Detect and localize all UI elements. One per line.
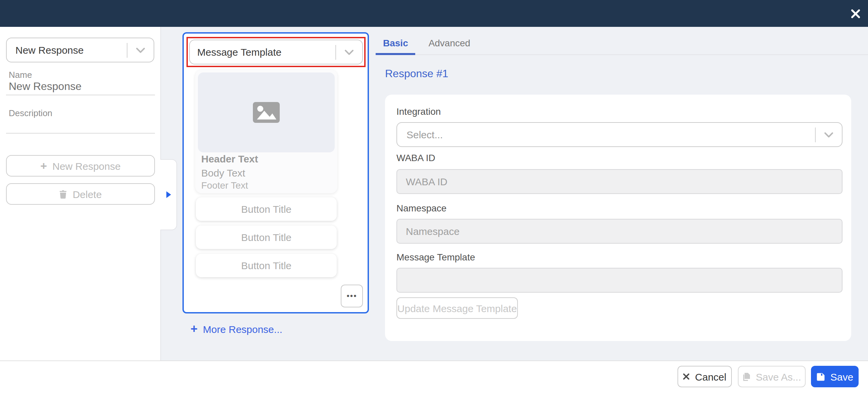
- image-icon: [253, 102, 280, 123]
- chevron-down-icon[interactable]: [815, 123, 842, 146]
- cancel-button-label: Cancel: [695, 371, 726, 382]
- modal-footer: Cancel Save As... Save: [0, 360, 868, 394]
- save-as-button[interactable]: Save As...: [738, 366, 806, 387]
- template-button-2[interactable]: Button Title: [196, 225, 337, 249]
- new-response-button[interactable]: + New Response: [6, 155, 155, 177]
- description-field-wrap: [6, 119, 155, 133]
- plus-icon: +: [40, 160, 47, 172]
- template-type-select[interactable]: Message Template: [189, 39, 363, 64]
- trash-icon: [59, 190, 67, 198]
- response-select[interactable]: New Response: [6, 38, 154, 62]
- delete-button-label: Delete: [73, 188, 102, 200]
- save-as-button-label: Save As...: [756, 371, 801, 382]
- preview-header-text: Header Text: [201, 153, 258, 164]
- header-image-placeholder: [198, 72, 335, 152]
- cancel-button[interactable]: Cancel: [678, 366, 732, 387]
- template-button-1[interactable]: Button Title: [196, 197, 337, 221]
- more-options-button[interactable]: •••: [341, 284, 363, 307]
- name-field-wrap: [6, 81, 155, 95]
- ellipsis-icon: •••: [346, 291, 357, 301]
- plus-icon: +: [190, 323, 197, 335]
- delete-button[interactable]: Delete: [6, 183, 155, 205]
- name-label: Name: [9, 70, 32, 80]
- message-template-label: Message Template: [397, 252, 475, 263]
- preview-footer-text: Footer Text: [201, 180, 248, 191]
- template-button-3[interactable]: Button Title: [196, 254, 337, 277]
- integration-select-placeholder: Select...: [397, 129, 815, 140]
- sidebar-collapse-handle[interactable]: [160, 159, 177, 230]
- update-message-template-button[interactable]: Update Message Template: [397, 297, 518, 319]
- save-button[interactable]: Save: [811, 366, 859, 387]
- message-template-input[interactable]: [397, 268, 842, 293]
- template-type-highlight: Message Template: [186, 37, 366, 67]
- template-preview-card[interactable]: Header Text Body Text Footer Text: [195, 70, 337, 193]
- tab-basic[interactable]: Basic: [376, 34, 415, 55]
- more-response-label: More Response...: [203, 323, 282, 335]
- template-type-value: Message Template: [190, 46, 335, 58]
- close-icon[interactable]: [848, 7, 862, 20]
- namespace-input[interactable]: [397, 219, 842, 244]
- name-input[interactable]: [6, 81, 155, 95]
- waba-id-label: WABA ID: [397, 152, 435, 163]
- chevron-down-icon[interactable]: [335, 40, 362, 64]
- arrow-right-icon: [166, 191, 171, 198]
- response-select-value: New Response: [7, 44, 127, 56]
- save-button-label: Save: [831, 371, 853, 382]
- description-label: Description: [9, 108, 52, 118]
- tab-advanced[interactable]: Advanced: [421, 34, 478, 55]
- save-icon: [816, 372, 825, 381]
- response-title-link[interactable]: Response #1: [385, 68, 448, 80]
- preview-body-text: Body Text: [201, 167, 245, 179]
- x-icon: [683, 373, 689, 380]
- editor-tabbar: Basic Advanced: [376, 34, 868, 55]
- more-response-link[interactable]: + More Response...: [190, 323, 282, 335]
- chevron-down-icon[interactable]: [127, 38, 154, 62]
- copy-icon: [742, 372, 750, 381]
- new-response-button-label: New Response: [52, 160, 120, 172]
- editor-form-card: Integration Select... WABA ID Namespace …: [385, 95, 851, 341]
- waba-id-input[interactable]: [397, 169, 842, 194]
- response-sidebar: New Response Name Description + New Resp…: [0, 27, 161, 360]
- integration-select[interactable]: Select...: [397, 122, 842, 147]
- namespace-label: Namespace: [397, 203, 446, 213]
- modal-titlebar: [0, 0, 868, 27]
- integration-label: Integration: [397, 106, 441, 117]
- description-input[interactable]: [6, 119, 155, 133]
- message-template-panel[interactable]: Message Template Header Text Body Text F…: [182, 32, 369, 313]
- response-editor-modal: New Response Name Description + New Resp…: [0, 0, 868, 394]
